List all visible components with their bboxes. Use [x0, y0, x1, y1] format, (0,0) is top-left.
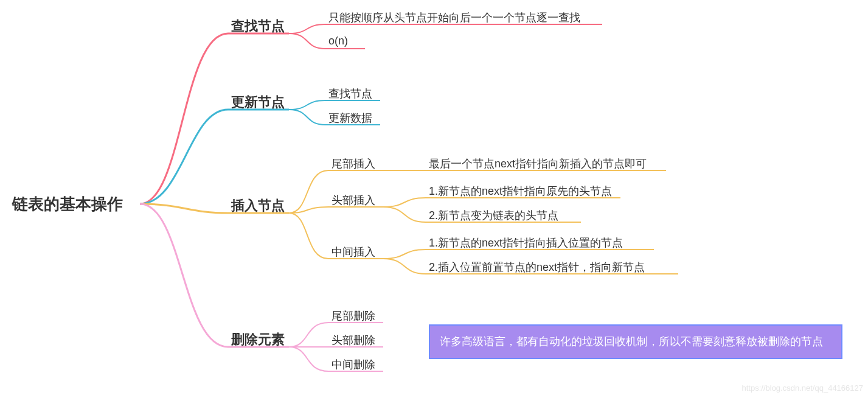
find-child-0[interactable]: 只能按顺序从头节点开始向后一个一个节点逐一查找 — [328, 10, 580, 25]
insert-mid[interactable]: 中间插入 — [332, 245, 375, 259]
branch-update[interactable]: 更新节点 — [231, 93, 285, 111]
insert-head-detail-1[interactable]: 2.新节点变为链表的头节点 — [429, 208, 558, 223]
mindmap-canvas[interactable]: { "root": { "title": "链表的基本操作" }, "color… — [0, 0, 868, 395]
insert-mid-detail-1[interactable]: 2.插入位置前置节点的next指针，指向新节点 — [429, 260, 645, 274]
delete-child-2[interactable]: 中间删除 — [332, 357, 375, 372]
insert-tail[interactable]: 尾部插入 — [332, 156, 375, 171]
insert-mid-detail-0[interactable]: 1.新节点的next指针指向插入位置的节点 — [429, 236, 623, 250]
insert-head[interactable]: 头部插入 — [332, 193, 375, 208]
note-box[interactable]: 许多高级语言，都有自动化的垃圾回收机制，所以不需要刻意释放被删除的节点 — [429, 324, 842, 359]
branch-delete[interactable]: 删除元素 — [231, 330, 285, 349]
insert-head-detail-0[interactable]: 1.新节点的next指针指向原先的头节点 — [429, 184, 612, 198]
branch-find[interactable]: 查找节点 — [231, 17, 285, 35]
update-child-1[interactable]: 更新数据 — [328, 111, 372, 125]
update-child-0[interactable]: 查找节点 — [328, 86, 372, 101]
watermark: https://blog.csdn.net/qq_44166127 — [742, 383, 864, 393]
find-child-1[interactable]: o(n) — [328, 35, 348, 47]
delete-child-0[interactable]: 尾部删除 — [332, 309, 375, 323]
root-node[interactable]: 链表的基本操作 — [12, 194, 123, 215]
delete-child-1[interactable]: 头部删除 — [332, 333, 375, 348]
insert-tail-detail-0[interactable]: 最后一个节点next指针指向新插入的节点即可 — [429, 156, 647, 171]
branch-insert[interactable]: 插入节点 — [231, 197, 285, 215]
